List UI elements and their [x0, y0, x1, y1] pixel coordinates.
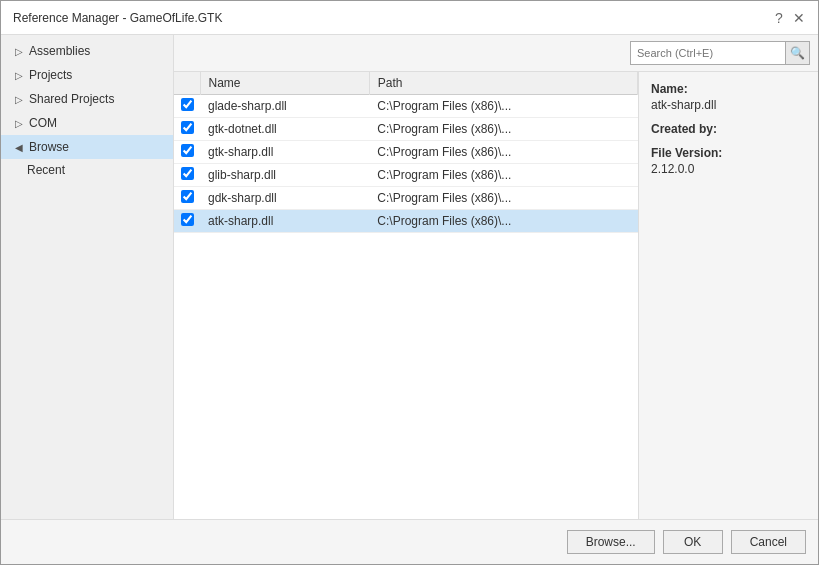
table-row[interactable]: gtk-dotnet.dllC:\Program Files (x86)\... [174, 118, 638, 141]
sidebar-item-browse-label: Browse [29, 140, 69, 154]
row-path: C:\Program Files (x86)\... [369, 141, 637, 164]
close-button[interactable]: ✕ [792, 11, 806, 25]
row-checkbox-cell [174, 187, 200, 210]
table-row[interactable]: gdk-sharp.dllC:\Program Files (x86)\... [174, 187, 638, 210]
row-checkbox[interactable] [181, 167, 194, 180]
row-checkbox[interactable] [181, 98, 194, 111]
row-checkbox-cell [174, 95, 200, 118]
title-bar: Reference Manager - GameOfLife.GTK ? ✕ [1, 1, 818, 35]
browse-button[interactable]: Browse... [567, 530, 655, 554]
browse-arrow: ◀ [15, 142, 25, 153]
row-checkbox[interactable] [181, 190, 194, 203]
row-path: C:\Program Files (x86)\... [369, 210, 637, 233]
row-checkbox-cell [174, 210, 200, 233]
search-bar: 🔍 [174, 35, 818, 72]
sidebar-item-projects[interactable]: ▷ Projects [1, 63, 173, 87]
row-checkbox[interactable] [181, 144, 194, 157]
sidebar-item-recent-label: Recent [27, 163, 65, 177]
sidebar-item-assemblies[interactable]: ▷ Assemblies [1, 39, 173, 63]
row-checkbox[interactable] [181, 121, 194, 134]
table-row[interactable]: atk-sharp.dllC:\Program Files (x86)\... [174, 210, 638, 233]
sidebar-item-shared-projects-label: Shared Projects [29, 92, 114, 106]
created-by-label: Created by: [651, 122, 806, 136]
table-row[interactable]: glib-sharp.dllC:\Program Files (x86)\... [174, 164, 638, 187]
row-name: gtk-sharp.dll [200, 141, 369, 164]
row-path: C:\Program Files (x86)\... [369, 118, 637, 141]
shared-projects-arrow: ▷ [15, 94, 25, 105]
sidebar-item-recent[interactable]: Recent [1, 159, 173, 181]
content-with-details: Name Path glade-sharp.dllC:\Program File… [174, 72, 818, 519]
row-checkbox-cell [174, 118, 200, 141]
file-version-value: 2.12.0.0 [651, 162, 806, 176]
search-container: 🔍 [630, 41, 810, 65]
content-area: ▷ Assemblies ▷ Projects ▷ Shared Project… [1, 35, 818, 519]
sidebar-item-projects-label: Projects [29, 68, 72, 82]
row-name: gdk-sharp.dll [200, 187, 369, 210]
file-version-label: File Version: [651, 146, 806, 160]
sidebar-item-com[interactable]: ▷ COM [1, 111, 173, 135]
help-button[interactable]: ? [772, 11, 786, 25]
col-check [174, 72, 200, 95]
com-arrow: ▷ [15, 118, 25, 129]
row-checkbox-cell [174, 141, 200, 164]
name-label: Name: [651, 82, 806, 96]
reference-manager-dialog: Reference Manager - GameOfLife.GTK ? ✕ ▷… [0, 0, 819, 565]
footer: Browse... OK Cancel [1, 519, 818, 564]
sidebar-item-com-label: COM [29, 116, 57, 130]
references-table: Name Path glade-sharp.dllC:\Program File… [174, 72, 638, 233]
table-row[interactable]: gtk-sharp.dllC:\Program Files (x86)\... [174, 141, 638, 164]
row-checkbox-cell [174, 164, 200, 187]
search-button[interactable]: 🔍 [785, 42, 809, 64]
sidebar-item-assemblies-label: Assemblies [29, 44, 90, 58]
ok-button[interactable]: OK [663, 530, 723, 554]
cancel-button[interactable]: Cancel [731, 530, 806, 554]
details-panel: Name: atk-sharp.dll Created by: File Ver… [638, 72, 818, 519]
assemblies-arrow: ▷ [15, 46, 25, 57]
col-name: Name [200, 72, 369, 95]
row-path: C:\Program Files (x86)\... [369, 164, 637, 187]
table-row[interactable]: glade-sharp.dllC:\Program Files (x86)\..… [174, 95, 638, 118]
row-checkbox[interactable] [181, 213, 194, 226]
sidebar: ▷ Assemblies ▷ Projects ▷ Shared Project… [1, 35, 174, 519]
row-name: atk-sharp.dll [200, 210, 369, 233]
row-path: C:\Program Files (x86)\... [369, 95, 637, 118]
projects-arrow: ▷ [15, 70, 25, 81]
sidebar-item-shared-projects[interactable]: ▷ Shared Projects [1, 87, 173, 111]
search-input[interactable] [631, 45, 785, 61]
row-path: C:\Program Files (x86)\... [369, 187, 637, 210]
row-name: gtk-dotnet.dll [200, 118, 369, 141]
file-table: Name Path glade-sharp.dllC:\Program File… [174, 72, 638, 519]
dialog-title: Reference Manager - GameOfLife.GTK [13, 11, 222, 25]
table-header-row: Name Path [174, 72, 638, 95]
name-value: atk-sharp.dll [651, 98, 806, 112]
row-name: glade-sharp.dll [200, 95, 369, 118]
main-area: 🔍 Name Path glade- [174, 35, 818, 519]
sidebar-item-browse[interactable]: ◀ Browse [1, 135, 173, 159]
title-bar-controls: ? ✕ [772, 11, 806, 25]
row-name: glib-sharp.dll [200, 164, 369, 187]
col-path: Path [369, 72, 637, 95]
